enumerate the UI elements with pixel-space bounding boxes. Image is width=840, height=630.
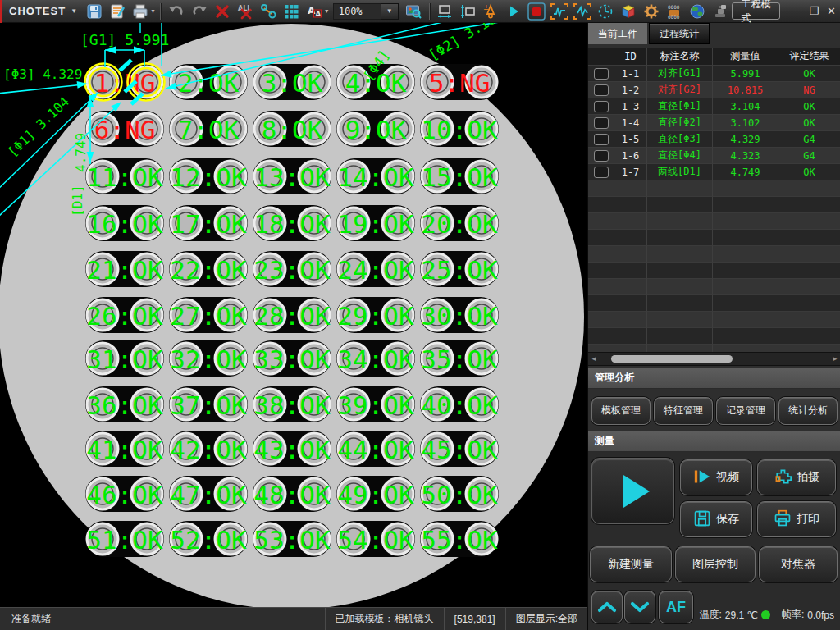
component-14[interactable]: 14:OK (336, 158, 415, 194)
row-checkbox[interactable] (594, 150, 609, 162)
gear-icon[interactable] (641, 2, 662, 21)
component-19[interactable]: 19:OK (336, 205, 415, 241)
link-nodes-icon[interactable] (258, 2, 279, 21)
capture-button[interactable]: 拍摄 (757, 459, 836, 495)
component-46[interactable]: 46:OK (85, 476, 164, 512)
edit-note-icon[interactable] (107, 2, 128, 21)
component-39[interactable]: 39:OK (336, 386, 415, 422)
table-row[interactable]: 1-2对齐[G2]10.815NG (588, 82, 840, 98)
box-3d-icon[interactable] (618, 2, 639, 21)
component-16[interactable]: 16:OK (85, 205, 164, 241)
undo-icon[interactable] (166, 2, 187, 21)
component-26[interactable]: 26:OK (85, 297, 164, 333)
component-29[interactable]: 29:OK (336, 297, 415, 333)
table-row[interactable]: 1-5直径[Φ3]4.329G4 (588, 131, 840, 148)
font-icon[interactable]: AA (304, 2, 325, 21)
component-28[interactable]: 28:OK (253, 297, 331, 333)
component-38[interactable]: 38:OK (253, 386, 331, 422)
move-up-button[interactable] (591, 591, 623, 623)
component-12[interactable]: 12:OK (169, 158, 248, 194)
component-43[interactable]: 43:OK (253, 431, 331, 467)
run-measurement-button[interactable] (591, 458, 674, 524)
delete-all-icon[interactable]: ALL (235, 2, 256, 21)
component-51[interactable]: 51:OK (85, 521, 164, 557)
component-25[interactable]: 25:OK (420, 251, 499, 287)
component-2[interactable]: 2:OK (169, 64, 248, 100)
video-button[interactable]: 视频 (680, 459, 752, 495)
component-48[interactable]: 48:OK (253, 476, 331, 512)
component-32[interactable]: 32:OK (169, 340, 248, 377)
component-8[interactable]: 8:OK (253, 111, 331, 147)
lamp-icon[interactable]: ± (480, 2, 501, 21)
print-icon[interactable] (130, 2, 151, 21)
zoom-level-value[interactable]: 100% (333, 3, 381, 20)
component-45[interactable]: 45:OK (420, 431, 499, 467)
new-measurement-button[interactable]: 新建测量 (590, 546, 672, 582)
print-dropdown-caret[interactable]: ▼ (150, 8, 156, 14)
move-down-button[interactable] (624, 591, 655, 623)
scrollbar-track[interactable] (600, 353, 829, 365)
table-row[interactable]: 1-3直径[Φ1]3.104OK (588, 98, 840, 115)
binary-data-icon[interactable]: 00000000 (664, 2, 685, 21)
save-result-button[interactable]: 保存 (680, 501, 752, 537)
row-checkbox[interactable] (594, 101, 609, 112)
component-33[interactable]: 33:OK (253, 340, 331, 377)
component-50[interactable]: 50:OK (420, 476, 499, 512)
font-dropdown-caret[interactable]: ▼ (324, 8, 330, 14)
autofocus-button[interactable]: AF (659, 591, 693, 623)
component-40[interactable]: 40:OK (420, 386, 499, 422)
inspection-canvas[interactable]: 1:NG2:OK3:OK4:OK5:NG6:NG7:OK8:OK9:OK10:O… (0, 23, 587, 607)
row-checkbox[interactable] (594, 117, 609, 129)
component-55[interactable]: 55:OK (420, 521, 499, 557)
delete-icon[interactable] (212, 2, 233, 21)
component-7[interactable]: 7:OK (169, 111, 248, 147)
component-44[interactable]: 44:OK (336, 431, 415, 467)
component-17[interactable]: 17:OK (169, 205, 248, 241)
save-icon[interactable] (84, 2, 105, 21)
table-row[interactable]: 1-6直径[Φ4]4.323G4 (588, 148, 840, 164)
close-button[interactable]: ✕ (824, 3, 838, 20)
component-41[interactable]: 41:OK (85, 431, 164, 467)
waveform-live-icon[interactable] (549, 2, 570, 21)
focuser-button[interactable]: 对焦器 (759, 546, 838, 582)
component-35[interactable]: 35:OK (420, 340, 499, 377)
component-53[interactable]: 53:OK (253, 521, 331, 557)
row-checkbox[interactable] (594, 68, 609, 80)
print-result-button[interactable]: 打印 (757, 501, 836, 537)
component-9[interactable]: 9:OK (336, 111, 415, 147)
component-52[interactable]: 52:OK (169, 521, 248, 557)
component-5[interactable]: 5:NG (420, 64, 499, 100)
component-22[interactable]: 22:OK (169, 251, 248, 287)
zoom-combo[interactable]: 100% ▼ (333, 3, 399, 20)
minimize-button[interactable]: − (790, 3, 804, 20)
layer-control-button[interactable]: 图层控制 (675, 546, 756, 582)
feature-management-button[interactable]: 特征管理 (654, 397, 713, 425)
row-checkbox[interactable] (594, 134, 609, 145)
component-36[interactable]: 36:OK (85, 386, 164, 422)
scrollbar-thumb[interactable] (611, 355, 733, 363)
zoom-dropdown-button[interactable]: ▼ (381, 3, 399, 20)
tab-current-workpiece[interactable]: 当前工件 (588, 23, 647, 44)
component-27[interactable]: 27:OK (169, 297, 248, 333)
component-21[interactable]: 21:OK (85, 251, 164, 287)
component-18[interactable]: 18:OK (253, 205, 331, 241)
record-management-button[interactable]: 记录管理 (716, 397, 775, 425)
component-20[interactable]: 20:OK (420, 205, 499, 241)
scroll-right-arrow[interactable]: ► (829, 355, 840, 363)
component-24[interactable]: 24:OK (336, 251, 415, 287)
maximize-button[interactable]: ❐ (807, 3, 821, 20)
table-row[interactable]: 1-1对齐[G1]5.991OK (588, 66, 840, 82)
height-measure-icon[interactable] (457, 2, 478, 21)
component-54[interactable]: 54:OK (336, 521, 415, 557)
engineering-mode-button[interactable]: 工程模式 (732, 2, 780, 20)
component-13[interactable]: 13:OK (253, 158, 331, 194)
table-row[interactable]: 1-4直径[Φ2]3.102OK (588, 115, 840, 131)
component-15[interactable]: 15:OK (420, 158, 499, 194)
component-42[interactable]: 42:OK (169, 431, 248, 467)
row-checkbox[interactable] (594, 167, 609, 178)
globe-icon[interactable] (687, 2, 708, 21)
component-23[interactable]: 23:OK (253, 251, 331, 287)
component-34[interactable]: 34:OK (336, 340, 415, 377)
component-3[interactable]: 3:OK (253, 64, 331, 100)
component-31[interactable]: 31:OK (85, 340, 164, 377)
